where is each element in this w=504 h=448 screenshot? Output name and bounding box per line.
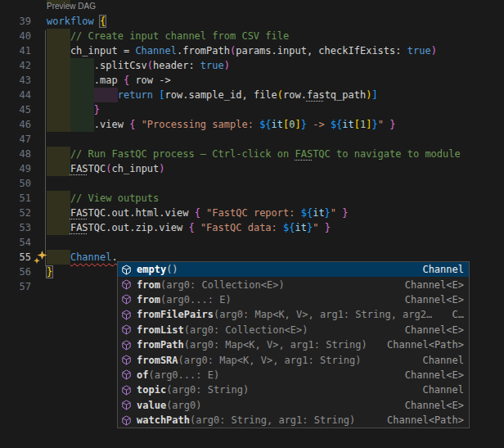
code-token xyxy=(47,222,70,233)
code-editor: Preview DAG 39workflow {40 // Create inp… xyxy=(0,0,504,448)
code-token: fas xyxy=(307,89,325,101)
suggest-item-empty[interactable]: empty()Channel xyxy=(118,262,469,277)
line-number[interactable]: 44 xyxy=(0,88,31,102)
code-text: .view { "Processing sample: ${it[0]} -> … xyxy=(47,117,395,132)
suggest-item-detail: (arg0: String, arg1: String) xyxy=(190,414,355,426)
copilot-sparkle-icon[interactable] xyxy=(33,251,47,264)
code-token: it xyxy=(295,222,307,233)
line-number[interactable]: 43 xyxy=(0,73,31,88)
suggest-item-value[interactable]: value(arg0)Channel<E> xyxy=(118,398,469,413)
suggest-item-from[interactable]: from(arg0: Collection<E>)Channel<E> xyxy=(118,277,469,292)
codelens-preview-dag[interactable]: Preview DAG xyxy=(47,1,96,11)
code-line[interactable]: 50 xyxy=(0,176,504,191)
suggest-item-fromFilePairs[interactable]: fromFilePairs(arg0: Map<K, V>, arg1: Str… xyxy=(118,307,469,322)
code-token: it xyxy=(272,119,283,130)
code-token: ( xyxy=(277,89,283,101)
code-token xyxy=(47,207,70,219)
code-token: // Run FastQC process – Ctrl-click on xyxy=(47,148,295,160)
suggest-item-fromSRA[interactable]: fromSRA(arg0: Map<K, V>, arg1: String)Ch… xyxy=(118,352,469,367)
code-token: } xyxy=(94,104,100,115)
suggest-item-fromList[interactable]: fromList(arg0: Collection<E>)Channel<E> xyxy=(118,323,469,337)
code-token: FAS xyxy=(70,207,88,219)
bracket-pair-guide xyxy=(45,30,46,266)
suggest-item-type: Channel xyxy=(416,384,464,396)
code-token xyxy=(318,222,324,233)
suggest-item-detail: (arg0) xyxy=(166,400,201,411)
suggest-item-label: fromFilePairs xyxy=(137,309,214,320)
line-number[interactable]: 45 xyxy=(0,102,31,117)
line-number[interactable]: 50 xyxy=(0,176,31,191)
suggest-item-of[interactable]: of(arg0...: E)Channel<E> xyxy=(118,368,469,382)
code-token xyxy=(135,119,141,130)
line-number[interactable]: 48 xyxy=(0,147,31,161)
code-line[interactable]: 48 // Run FastQC process – Ctrl-click on… xyxy=(0,147,504,161)
line-number[interactable]: 41 xyxy=(0,43,31,58)
code-token: { xyxy=(100,16,106,27)
line-number[interactable]: 51 xyxy=(0,191,31,206)
method-icon xyxy=(121,400,132,410)
code-line[interactable]: 44 return [row.sample_id, file(row.fastq… xyxy=(0,88,504,102)
code-lines: 39workflow {40 // Create input channel f… xyxy=(0,14,504,294)
code-line[interactable]: 53 FASTQC.out.zip.view { "FastQC data: $… xyxy=(0,220,504,235)
code-token: [ xyxy=(354,119,360,130)
line-number[interactable]: 40 xyxy=(0,29,31,43)
line-number[interactable]: 53 xyxy=(0,220,31,235)
suggest-item-detail: (arg0: Map<K, V>, arg1: String, arg2… xyxy=(214,309,432,320)
line-number[interactable]: 46 xyxy=(0,117,31,132)
code-token: "FastQC report: xyxy=(206,207,301,219)
code-line[interactable]: 54 xyxy=(0,235,504,250)
code-token: .splitCsv xyxy=(47,60,147,71)
code-line[interactable]: 47 xyxy=(0,132,504,147)
line-number[interactable]: 42 xyxy=(0,58,31,73)
method-icon xyxy=(121,385,132,396)
line-number[interactable]: 54 xyxy=(0,235,31,250)
code-line[interactable]: 52 FASTQC.out.html.view { "FastQC report… xyxy=(0,206,504,220)
code-token: // View outputs xyxy=(47,192,159,204)
code-token: TQC.out.zip.view xyxy=(88,222,189,233)
line-number[interactable]: 56 xyxy=(0,265,31,279)
code-token: ${ xyxy=(301,207,313,219)
suggest-widget: empty()Channelfrom(arg0: Collection<E>)C… xyxy=(117,261,470,428)
code-token: ${ xyxy=(283,222,295,233)
suggest-item-label: from xyxy=(137,294,160,305)
code-line[interactable]: 41 ch_input = Channel.fromPath(params.in… xyxy=(0,43,504,58)
suggest-item-type: Channel<E> xyxy=(398,324,464,336)
code-token: ] xyxy=(371,89,377,101)
line-number[interactable]: 47 xyxy=(0,132,31,147)
line-number[interactable]: 55 xyxy=(0,250,31,265)
code-token: .fromPath xyxy=(177,45,230,57)
code-text: } xyxy=(47,265,52,279)
code-line[interactable]: 46 .view { "Processing sample: ${it[0]} … xyxy=(0,117,504,132)
suggest-item-watchPath[interactable]: watchPath(arg0: String, arg1: String)Cha… xyxy=(118,413,469,428)
suggest-item-label: watchPath xyxy=(137,414,190,426)
suggest-item-detail: () xyxy=(166,264,178,275)
code-token: FAS xyxy=(295,148,313,160)
code-line[interactable]: 43 .map { row -> xyxy=(0,73,504,88)
code-token: ] xyxy=(295,119,301,130)
suggest-item-label: from xyxy=(137,279,160,291)
code-line[interactable]: 42 .splitCsv(header: true) xyxy=(0,58,504,73)
suggest-item-fromPath[interactable]: fromPath(arg0: Map<K, V>, arg1: String)C… xyxy=(118,337,469,352)
code-line[interactable]: 49 FASTQC(ch_input) xyxy=(0,161,504,176)
code-token: TQC xyxy=(88,163,106,174)
code-token: header: xyxy=(153,60,200,71)
code-token: [ xyxy=(159,89,164,101)
suggest-item-topic[interactable]: topic(arg0: String)Channel xyxy=(118,382,469,397)
suggest-item-detail: (arg0: Collection<E>) xyxy=(160,279,285,291)
line-number[interactable]: 57 xyxy=(0,279,31,294)
suggest-item-label: topic xyxy=(137,384,166,396)
suggest-item-from[interactable]: from(arg0...: E)Channel<E> xyxy=(118,292,469,307)
line-number[interactable]: 39 xyxy=(0,14,31,29)
code-line[interactable]: 51 // View outputs xyxy=(0,191,504,206)
line-number[interactable]: 52 xyxy=(0,206,31,220)
line-number[interactable]: 49 xyxy=(0,161,31,176)
code-token: -> xyxy=(307,119,331,130)
code-text: FASTQC(ch_input) xyxy=(47,161,165,176)
suggest-item-label: fromSRA xyxy=(137,355,178,366)
code-token: workflow xyxy=(47,16,100,27)
code-line[interactable]: 39workflow { xyxy=(0,14,504,29)
code-line[interactable]: 45 } xyxy=(0,102,504,117)
code-token: " xyxy=(331,207,336,219)
code-line[interactable]: 40 // Create input channel from CSV file xyxy=(0,29,504,43)
suggest-item-detail: (arg0: Map<K, V>, arg1: String) xyxy=(178,355,362,366)
